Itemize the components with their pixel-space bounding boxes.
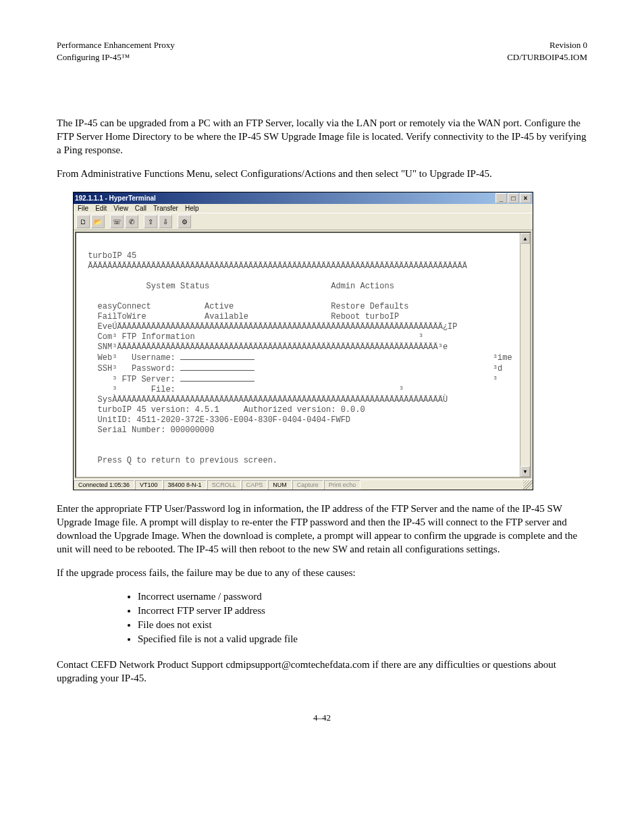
- titlebar[interactable]: 192.1.1.1 - HyperTerminal _ □ ×: [74, 192, 533, 204]
- menu-call[interactable]: Call: [135, 205, 146, 212]
- resize-grip-icon[interactable]: [523, 480, 533, 490]
- list-item: Specified file is not a valid upgrade fi…: [138, 633, 587, 645]
- properties-icon[interactable]: ⚙: [178, 215, 191, 228]
- failure-causes-list: Incorrect username / password Incorrect …: [138, 591, 587, 645]
- password-field[interactable]: [180, 363, 254, 371]
- toolbar: 🗋 📂 ☏ ✆ ⇧ ⇩ ⚙: [74, 213, 533, 230]
- running-header: Performance Enhancement Proxy Configurin…: [57, 39, 587, 63]
- menu-edit[interactable]: Edit: [95, 205, 107, 212]
- status-scroll: SCROLL: [207, 480, 241, 490]
- call-icon[interactable]: ☏: [110, 215, 124, 228]
- scrollbar[interactable]: ▲ ▼: [520, 233, 530, 477]
- hyperterminal-window: 192.1.1.1 - HyperTerminal _ □ × File Edi…: [73, 192, 533, 490]
- status-num: NUM: [268, 480, 292, 490]
- window-title: 192.1.1.1 - HyperTerminal: [75, 194, 156, 202]
- status-connected: Connected 1:05:36: [74, 480, 134, 490]
- status-capture: Capture: [292, 480, 323, 490]
- header-title: Performance Enhancement Proxy: [57, 39, 175, 51]
- paragraph-4: If the upgrade process fails, the failur…: [57, 567, 587, 580]
- paragraph-5: Contact CEFD Network Product Support cdm…: [57, 658, 587, 685]
- menu-transfer[interactable]: Transfer: [153, 205, 178, 212]
- status-baud: 38400 8-N-1: [163, 480, 207, 490]
- receive-icon[interactable]: ⇩: [159, 215, 172, 228]
- hangup-icon[interactable]: ✆: [125, 215, 138, 228]
- close-button[interactable]: ×: [520, 193, 531, 203]
- username-field[interactable]: [180, 353, 254, 360]
- status-bar: Connected 1:05:36 VT100 38400 8-N-1 SCRO…: [74, 479, 533, 490]
- paragraph-1: The IP-45 can be upgraded from a PC with…: [57, 117, 587, 157]
- ftp-server-field[interactable]: [180, 374, 254, 382]
- status-printecho: Print echo: [324, 480, 361, 490]
- paragraph-2: From Administrative Functions Menu, sele…: [57, 167, 587, 181]
- page-number: 4–42: [57, 712, 587, 723]
- menu-file[interactable]: File: [78, 205, 88, 212]
- new-icon[interactable]: 🗋: [76, 215, 90, 228]
- list-item: File does not exist: [138, 619, 587, 631]
- list-item: Incorrect username / password: [138, 591, 587, 602]
- status-caps: CAPS: [242, 480, 268, 490]
- maximize-button[interactable]: □: [508, 193, 519, 203]
- send-icon[interactable]: ⇧: [144, 215, 157, 228]
- status-term: VT100: [135, 480, 163, 490]
- menu-help[interactable]: Help: [185, 205, 199, 212]
- minimize-button[interactable]: _: [495, 193, 507, 203]
- scroll-up-icon[interactable]: ▲: [520, 233, 530, 244]
- menu-view[interactable]: View: [113, 205, 128, 212]
- terminal-output: turboIP 45 ÄÄÄÄÄÄÄÄÄÄÄÄÄÄÄÄÄÄÄÄÄÄÄÄÄÄÄÄÄ…: [76, 233, 520, 477]
- open-icon[interactable]: 📂: [91, 215, 105, 228]
- menubar: File Edit View Call Transfer Help: [74, 204, 533, 213]
- paragraph-3: Enter the appropriate FTP User/Password …: [57, 502, 587, 556]
- scroll-down-icon[interactable]: ▼: [520, 466, 530, 477]
- header-revision: Revision 0: [507, 39, 587, 51]
- header-section: Configuring IP-45™: [57, 51, 175, 63]
- header-docid: CD/TURBOIP45.IOM: [507, 51, 587, 63]
- list-item: Incorrect FTP server IP address: [138, 605, 587, 617]
